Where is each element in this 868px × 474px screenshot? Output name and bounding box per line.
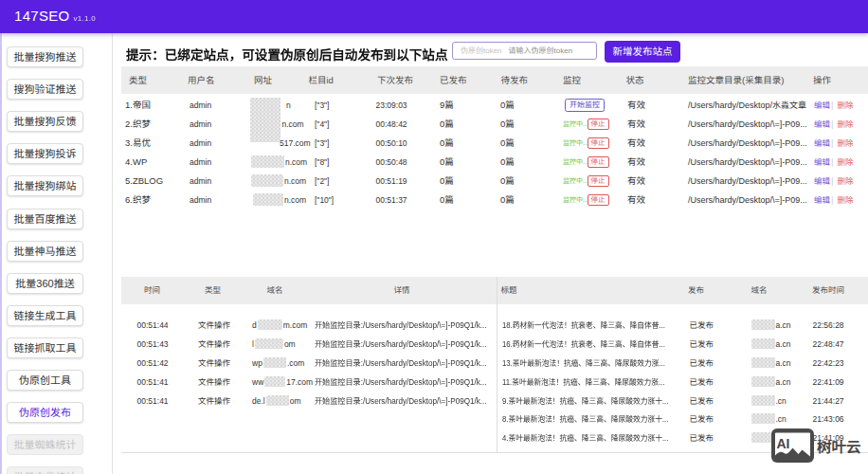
svg-text:AI: AI — [777, 436, 790, 451]
